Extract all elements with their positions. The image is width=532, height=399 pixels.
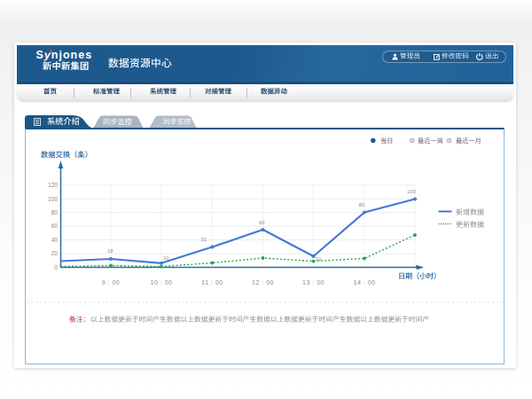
svg-text:100: 100	[407, 189, 416, 194]
svg-text:0: 0	[54, 264, 58, 270]
svg-text:80: 80	[51, 209, 59, 215]
svg-text:100: 100	[48, 196, 58, 202]
svg-text:120: 120	[48, 182, 58, 188]
svg-text:14 : 00: 14 : 00	[354, 279, 376, 286]
svg-text:60: 60	[259, 220, 264, 225]
svg-text:18: 18	[107, 248, 113, 254]
svg-text:11 : 00: 11 : 00	[201, 279, 223, 286]
svg-text:20: 20	[51, 250, 59, 256]
svg-text:10: 10	[163, 255, 168, 261]
svg-text:10 : 00: 10 : 00	[151, 279, 173, 286]
svg-text:60: 60	[51, 223, 59, 229]
svg-text:40: 40	[51, 237, 59, 243]
svg-text:12 : 00: 12 : 00	[252, 279, 274, 286]
svg-text:31: 31	[201, 237, 207, 242]
svg-text:13 : 00: 13 : 00	[302, 279, 325, 286]
svg-text:9 : 00: 9 : 00	[102, 279, 121, 286]
svg-text:10: 10	[316, 256, 321, 262]
svg-text:80: 80	[359, 202, 364, 207]
